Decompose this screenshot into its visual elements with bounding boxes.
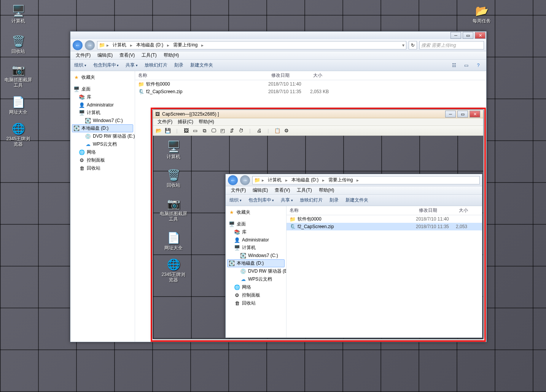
forward-button[interactable]: → (240, 175, 250, 185)
tree-drive-e[interactable]: 💿DVD RW 驱动器 (E:) (72, 132, 133, 140)
minimize-button[interactable]: ─ (445, 111, 456, 117)
address-bar[interactable]: ▸计算机 ▸本地磁盘 (D:) ▸需要上传ing ▸ ▾ (97, 41, 406, 49)
toolbar-include[interactable]: 包含到库中 (93, 62, 119, 68)
search-input[interactable]: 搜索 需要上传ing (419, 41, 484, 49)
tb-rect-icon[interactable]: ▭ (192, 127, 199, 134)
desktop-icon-screenshot-tool[interactable]: 📷电脑抓图截屏 工具 (5, 63, 32, 88)
tree-drive-d[interactable]: 💽本地磁盘 (D:) (72, 124, 133, 132)
capscreen-titlebar[interactable]: 🖼 CapScreen—[(3225x2685) ] ─ ▭ ✕ (153, 110, 483, 118)
tree-network[interactable]: 🌐网络 (227, 283, 285, 291)
back-button[interactable]: ← (73, 40, 83, 50)
menu-edit[interactable]: 编辑(E) (94, 51, 116, 59)
tree-network[interactable]: 🌐网络 (72, 148, 133, 156)
tree-favorites[interactable]: ★收藏夹 (227, 208, 285, 216)
col-name[interactable]: 名称 (287, 207, 416, 214)
tree-control[interactable]: ⚙控制面板 (227, 291, 285, 299)
tree-library[interactable]: 📚库 (227, 228, 285, 236)
desktop-icon-2345browser[interactable]: 🌐2345王牌浏 览器 (5, 122, 32, 147)
tree-computer[interactable]: 🖥️计算机 (72, 109, 133, 117)
view-toggle-icon[interactable]: ☷ (450, 61, 458, 70)
close-button[interactable]: ✕ (470, 111, 480, 117)
tree-drive-e[interactable]: 💿DVD RW 驱动器 (E:) (227, 267, 285, 275)
toolbar-organize[interactable]: 组织 (229, 197, 242, 203)
file-row[interactable]: f2_CapScreen.zip 2018/7/10 11:35 2,053 (287, 223, 482, 230)
menu-file[interactable]: 文件(F) (73, 51, 94, 59)
tb-settings-icon[interactable]: ⚙ (283, 127, 290, 134)
capscreen-canvas[interactable]: 🖥️计算机 🗑️回收站 📷电脑抓图截屏 工具 📄网址大全 🌐2345王牌浏 览器… (153, 136, 483, 339)
minimize-button[interactable]: ─ (450, 32, 461, 39)
tree-computer[interactable]: 🖥️计算机 (227, 244, 285, 252)
toolbar-newfolder[interactable]: 新建文件夹 (345, 197, 368, 203)
tb-fullscreen-icon[interactable]: 🖵 (210, 127, 217, 134)
desktop-icon-recycle[interactable]: 🗑️回收站 (5, 34, 32, 54)
tb-print-icon[interactable]: 🖨 (256, 127, 263, 134)
tree-drive-c[interactable]: 💽Windows7 (C:) (72, 117, 133, 124)
tree-recycle[interactable]: 🗑回收站 (227, 299, 285, 307)
menu-file[interactable]: 文件(F) (228, 186, 249, 194)
menu-tools[interactable]: 工具(T) (138, 51, 159, 59)
explorer-titlebar[interactable]: ─ ▭ ✕ (70, 32, 486, 39)
file-row[interactable]: 软件包0000 2018/7/10 11:40 (287, 215, 482, 223)
toolbar-organize[interactable]: 组织 (74, 62, 86, 68)
menu-view[interactable]: 查看(V) (272, 186, 293, 194)
tree-desktop[interactable]: 🖥️桌面 (227, 220, 285, 228)
file-row[interactable]: f2_CapScreen.zip 2018/7/10 11:35 2,053 K… (135, 88, 486, 95)
tree-recycle[interactable]: 🗑回收站 (72, 164, 133, 172)
menu-help[interactable]: 帮助(H) (161, 51, 182, 59)
tree-desktop[interactable]: 🖥️桌面 (72, 85, 133, 93)
col-date[interactable]: 修改日期 (268, 72, 310, 79)
col-name[interactable]: 名称 (135, 72, 268, 79)
menu-file[interactable]: 文件(F) (155, 118, 175, 125)
toolbar-slideshow[interactable]: 放映幻灯片 (300, 197, 323, 203)
back-button[interactable]: ← (228, 175, 238, 185)
col-size[interactable]: 大小 (310, 72, 341, 79)
tb-timer-icon[interactable]: ⏱ (237, 127, 244, 134)
tree-wps[interactable]: ☁WPS云文档 (227, 275, 285, 283)
desktop-icon-weekly-task[interactable]: 📂每周任务 (468, 4, 495, 24)
toolbar-share[interactable]: 共享 (126, 62, 138, 68)
toolbar-include[interactable]: 包含到库中 (248, 197, 274, 203)
tree-control[interactable]: ⚙控制面板 (72, 156, 133, 164)
menu-help[interactable]: 帮助(H) (196, 118, 216, 125)
menu-capture[interactable]: 捕获(C) (175, 118, 196, 125)
tree-wps[interactable]: ☁WPS云文档 (72, 140, 133, 148)
maximize-button[interactable]: ▭ (463, 32, 473, 39)
forward-button[interactable]: → (85, 40, 95, 50)
tb-scroll-icon[interactable]: ⇵ (228, 127, 235, 134)
close-button[interactable]: ✕ (475, 32, 486, 39)
file-row[interactable]: 软件包0000 2018/7/10 11:40 (135, 80, 486, 88)
tree-drive-d[interactable]: 💽本地磁盘 (D:) (227, 259, 285, 267)
menu-help[interactable]: 帮助(H) (316, 186, 337, 194)
tree-drive-c[interactable]: 💽Windows7 (C:) (227, 252, 285, 259)
inner-address-bar[interactable]: ▸计算机 ▸本地磁盘 (D:) ▸需要上传ing ▸ (252, 176, 480, 184)
desktop-icon-url-all[interactable]: 📄网址大全 (5, 95, 32, 115)
col-date[interactable]: 修改日期 (416, 207, 456, 214)
preview-pane-icon[interactable]: ▭ (462, 61, 470, 70)
toolbar-share[interactable]: 共享 (281, 197, 293, 203)
tb-window-icon[interactable]: ⧉ (201, 127, 208, 134)
menu-tools[interactable]: 工具(T) (294, 186, 315, 194)
tb-object-icon[interactable]: ◰ (219, 127, 226, 134)
desktop-icon-computer[interactable]: 🖥️计算机 (5, 4, 32, 24)
toolbar-newfolder[interactable]: 新建文件夹 (190, 62, 213, 68)
menu-edit[interactable]: 编辑(E) (250, 186, 271, 194)
tree-admin[interactable]: 👤Administrator (227, 236, 285, 244)
addr-dropdown-icon[interactable]: ▾ (402, 43, 404, 48)
help-icon[interactable]: ? (474, 61, 482, 70)
toolbar-burn[interactable]: 刻录 (330, 197, 339, 203)
toolbar-slideshow[interactable]: 放映幻灯片 (145, 62, 167, 68)
control-icon: ⚙ (79, 157, 85, 163)
capscreen-menubar: 文件(F) 捕获(C) 帮助(H) (153, 118, 483, 126)
tb-image-icon[interactable]: 🖼 (183, 127, 189, 134)
refresh-button[interactable]: ↻ (409, 41, 417, 49)
tree-admin[interactable]: 👤Administrator (72, 101, 133, 109)
tree-library[interactable]: 📚库 (72, 93, 133, 101)
tb-copy-icon[interactable]: 📋 (274, 127, 281, 134)
col-size[interactable]: 大小 (456, 207, 475, 214)
tb-save-icon[interactable]: 💾 (164, 127, 171, 134)
tree-favorites[interactable]: ★收藏夹 (72, 73, 133, 81)
menu-view[interactable]: 查看(V) (116, 51, 138, 59)
toolbar-burn[interactable]: 刻录 (174, 62, 183, 68)
tb-open-icon[interactable]: 📂 (155, 127, 162, 134)
maximize-button[interactable]: ▭ (457, 111, 468, 117)
